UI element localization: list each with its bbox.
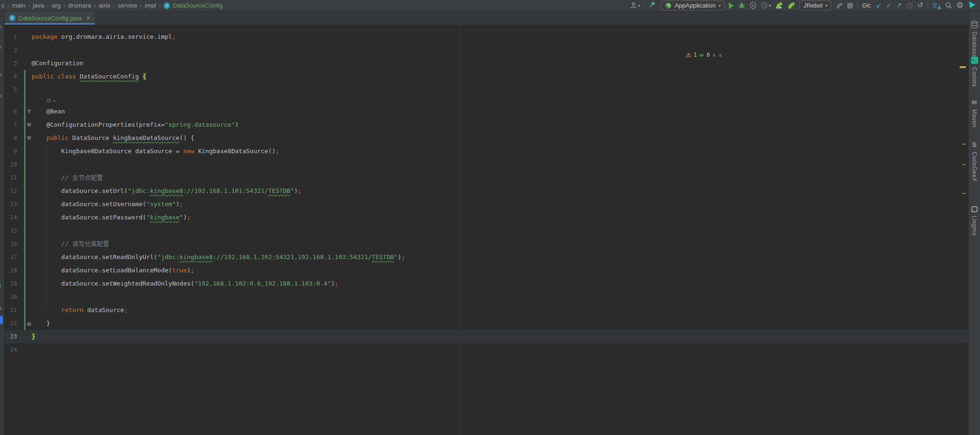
breadcrumb-item[interactable]: org: [51, 2, 61, 9]
class-icon: C: [9, 15, 16, 21]
user-icon[interactable]: ▾: [630, 1, 640, 10]
build-hammer-icon[interactable]: [649, 1, 657, 10]
code-line[interactable]: 20: [5, 290, 969, 304]
error-stripe-mark[interactable]: [962, 164, 966, 165]
breadcrumb-item[interactable]: c: [1, 2, 5, 9]
codegeex-logo[interactable]: [968, 0, 976, 11]
code-line[interactable]: 9 Kingbase8DataSource dataSource = new K…: [5, 145, 969, 158]
breadcrumb-item[interactable]: impl: [145, 2, 157, 9]
stop-button[interactable]: [847, 1, 853, 10]
code-line[interactable]: 24: [5, 343, 969, 357]
code-line[interactable]: 22 }: [5, 317, 969, 330]
git-rollback-button[interactable]: ↺: [917, 1, 923, 10]
shield-run-icon: [750, 2, 757, 9]
jrebel-disabled-icon[interactable]: [835, 1, 843, 10]
translate-icon: 文A: [932, 2, 941, 9]
code-token: ;: [335, 280, 339, 287]
code-line[interactable]: 23}: [5, 330, 969, 343]
code-line[interactable]: 2: [5, 44, 969, 57]
toolwindow-database[interactable]: Database: [969, 21, 980, 58]
translate-button[interactable]: 文A: [932, 1, 941, 10]
spring-bean-gutter-icon[interactable]: [27, 110, 31, 114]
code-line[interactable]: 13 dataSource.setUsername("system");: [5, 198, 969, 211]
fold-marker[interactable]: [27, 322, 31, 326]
code-token: ): [235, 121, 239, 128]
line-number: 20: [5, 290, 17, 304]
code-token: // 读写分离配置: [32, 240, 109, 247]
breadcrumb-item[interactable]: java: [33, 2, 45, 9]
code-line[interactable]: 10: [5, 158, 969, 171]
code-line[interactable]: 15: [5, 224, 969, 237]
jrebel-run-button[interactable]: [775, 1, 783, 10]
error-stripe-mark[interactable]: [960, 66, 966, 68]
undo-icon: ↺: [917, 2, 923, 9]
run-config-select[interactable]: AppApplication ▾: [661, 0, 724, 11]
git-update-button[interactable]: ↙: [876, 1, 882, 10]
typo-count: 6: [707, 52, 710, 58]
code-line[interactable]: 21 return dataSource;: [5, 304, 969, 317]
warning-count: 1: [694, 52, 697, 58]
vcs-change-bar: [24, 171, 26, 184]
git-commit-button[interactable]: ✓: [886, 1, 892, 10]
run-button[interactable]: [729, 1, 734, 10]
toolwindow-maven[interactable]: m Maven: [969, 98, 980, 128]
left-toolwindow-strip[interactable]: nnlppllia: [0, 11, 5, 435]
code-line[interactable]: 12 dataSource.setUrl("jdbc:kingbase8://1…: [5, 184, 969, 198]
code-token: ;: [276, 148, 280, 155]
close-icon[interactable]: ×: [86, 15, 90, 21]
search-button[interactable]: [945, 1, 952, 10]
breadcrumb-item[interactable]: main: [12, 2, 26, 9]
code-line[interactable]: 16 // 读写分离配置: [5, 237, 969, 251]
debug-button[interactable]: [738, 1, 745, 10]
code-line[interactable]: 17 dataSource.setReadOnlyUrl("jdbc:kingb…: [5, 251, 969, 264]
vcs-change-bar: [24, 290, 26, 304]
git-history-button[interactable]: [906, 1, 913, 10]
code-line[interactable]: 6 @Bean: [5, 105, 969, 118]
inspections-widget[interactable]: ⚠ 1 ≈ 6 ∧ ∨: [686, 51, 722, 59]
coverage-button[interactable]: [750, 1, 757, 10]
toolwindow-label: Lingma: [971, 216, 978, 235]
breadcrumb-item[interactable]: airia: [98, 2, 111, 9]
fold-marker[interactable]: [27, 136, 31, 140]
toolwindow-codegeex[interactable]: S CodeGeeX: [969, 141, 980, 182]
code-text: public class DataSourceConfig {: [32, 70, 146, 83]
fold-marker[interactable]: [27, 123, 31, 127]
scrollbar-error-stripe[interactable]: [959, 0, 967, 435]
code-editor[interactable]: 1package org.dromara.airia.service.impl;…: [5, 25, 969, 435]
code-token: Kingbase8DataSource dataSource =: [32, 148, 183, 155]
code-line[interactable]: 19 dataSource.setWeightedReadOnlyNodes("…: [5, 277, 969, 290]
clipped-toolwindow-label: n: [0, 44, 1, 50]
code-line[interactable]: 3@Configuration: [5, 57, 969, 70]
error-stripe-mark[interactable]: [962, 144, 966, 145]
code-line[interactable]: 4public class DataSourceConfig {: [5, 70, 969, 83]
toolwindow-codota[interactable]: >_ Codota: [969, 57, 980, 87]
tab-title: DataSourceConfig.java: [18, 15, 82, 22]
toolwindow-badge: [0, 316, 3, 324]
jrebel-select[interactable]: JRebel ▾: [800, 0, 831, 11]
git-push-button[interactable]: ↗: [896, 1, 903, 10]
code-line[interactable]: 18 dataSource.setLoadBalanceMode(true);: [5, 264, 969, 277]
code-token: }: [32, 333, 35, 340]
code-token: ;: [191, 267, 195, 274]
breadcrumb-item[interactable]: service: [117, 2, 137, 9]
toolwindow-lingma[interactable]: Lingma: [969, 206, 980, 235]
jrebel-debug-button[interactable]: [787, 1, 795, 10]
error-stripe-mark[interactable]: [962, 193, 966, 194]
profiler-button[interactable]: ▾: [761, 1, 771, 10]
code-token: dataSource.setLoadBalanceMode(: [32, 267, 172, 274]
code-token: dataSource.setWeightedReadOnlyNodes(: [32, 280, 194, 287]
breadcrumb-item[interactable]: dromara: [68, 2, 91, 9]
breadcrumb-item[interactable]: CDataSourceConfig: [163, 2, 223, 9]
next-problem-button[interactable]: ∨: [718, 52, 722, 58]
related-symbols-inlay[interactable]: ⚙: [46, 98, 56, 104]
code-line[interactable]: 11 // 主节点配置: [5, 171, 969, 184]
tab-datasourceconfig[interactable]: C DataSourceConfig.java ×: [5, 11, 95, 25]
code-line[interactable]: 14 dataSource.setPassword("kingbase");: [5, 211, 969, 224]
code-line[interactable]: 5: [5, 83, 969, 96]
code-line[interactable]: 1package org.dromara.airia.service.impl;: [5, 30, 969, 44]
breadcrumb[interactable]: c›main›java›org›dromara›airia›service›im…: [1, 0, 223, 11]
prev-problem-button[interactable]: ∧: [712, 52, 716, 58]
inlay-hint-row[interactable]: ⚙: [5, 96, 969, 105]
code-line[interactable]: 8 public DataSource kingbaseDataSource()…: [5, 131, 969, 145]
code-line[interactable]: 7 @ConfigurationProperties(prefix="sprin…: [5, 118, 969, 131]
